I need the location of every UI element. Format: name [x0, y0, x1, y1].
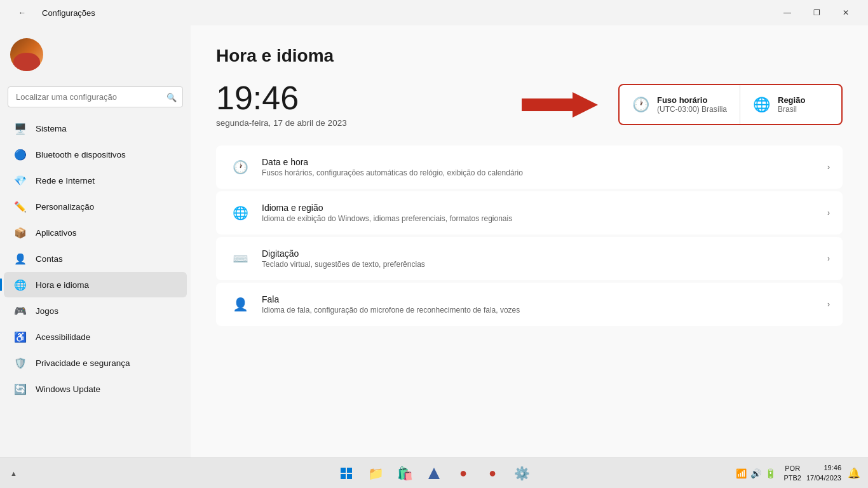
tray-datetime[interactable]: 19:46 17/04/2023 [806, 463, 841, 483]
personalizacao-icon: ✏️ [14, 200, 27, 213]
idioma-regiao-text: Idioma e regiãoIdioma de exibição do Win… [262, 203, 817, 223]
avatar [10, 38, 43, 71]
sidebar-item-rede[interactable]: 💎Rede e Internet [4, 168, 187, 193]
settings-item-digitacao[interactable]: ⌨️DigitaçãoTeclado virtual, sugestões de… [216, 237, 843, 280]
app5-button[interactable]: ● [480, 461, 505, 486]
fuso-text: Fuso horário (UTC-03:00) Brasília [657, 95, 727, 114]
fala-title: Fala [262, 294, 817, 304]
system-tray: 📶 🔊 🔋 POR PTB2 19:46 17/04/2023 🔔 [736, 463, 860, 483]
sidebar-item-aplicativos[interactable]: 📦Aplicativos [4, 220, 187, 245]
sidebar-item-privacidade[interactable]: 🛡️Privacidade e segurança [4, 350, 187, 376]
titlebar: ← Configurações — ❐ ✕ [0, 0, 868, 25]
nav-list: 🖥️Sistema🔵Bluetooth e dispositivos💎Rede … [0, 115, 191, 402]
jogos-icon: 🎮 [14, 304, 27, 317]
acessibilidade-icon: ♿ [14, 330, 27, 343]
windows-update-icon: 🔄 [14, 383, 27, 395]
taskbar: ▲ 📁 🛍️ ● ● ⚙️ 📶 🔊 🔋 POR [0, 458, 868, 488]
idioma-regiao-icon: 🌐 [229, 201, 252, 224]
titlebar-title: Configurações [42, 8, 95, 18]
sidebar: 🔍 🖥️Sistema🔵Bluetooth e dispositivos💎Red… [0, 25, 191, 458]
privacidade-icon: 🛡️ [14, 356, 27, 369]
titlebar-left: ← Configurações [8, 3, 95, 23]
sidebar-item-windows-update[interactable]: 🔄Windows Update [4, 376, 187, 402]
sidebar-profile[interactable] [0, 30, 191, 79]
aplicativos-icon: 📦 [14, 226, 27, 239]
data-hora-desc: Fusos horários, configurações automática… [262, 168, 817, 177]
fuso-title: Fuso horário [657, 95, 727, 105]
data-hora-chevron: › [827, 163, 830, 172]
svg-marker-0 [522, 92, 598, 118]
settings-item-idioma-regiao[interactable]: 🌐Idioma e regiãoIdioma de exibição do Wi… [216, 191, 843, 234]
settings-item-fala[interactable]: 👤FalaIdioma de fala, configuração do mic… [216, 283, 843, 326]
fuso-subtitle: (UTC-03:00) Brasília [657, 105, 727, 114]
tray-chevron[interactable]: ▲ [8, 468, 20, 478]
rede-icon: 💎 [14, 174, 27, 187]
tray-time-val: 19:46 [806, 463, 841, 473]
time-header: 19:46 segunda-feira, 17 de abril de 2023… [216, 81, 843, 128]
maximize-button[interactable]: ❐ [802, 3, 831, 23]
settings-taskbar-button[interactable]: ⚙️ [509, 461, 534, 486]
bluetooth-icon: 🔵 [14, 148, 27, 161]
taskbar-left: ▲ [8, 468, 20, 478]
time-display: 19:46 segunda-feira, 17 de abril de 2023 [216, 81, 501, 128]
start-button[interactable] [334, 461, 359, 486]
back-button[interactable]: ← [8, 3, 37, 23]
idioma-regiao-chevron: › [827, 208, 830, 217]
digitacao-chevron: › [827, 254, 830, 263]
data-hora-icon: 🕐 [229, 156, 252, 179]
idioma-regiao-desc: Idioma de exibição do Windows, idiomas p… [262, 214, 817, 223]
tray-date-val: 17/04/2023 [806, 473, 841, 483]
tray-lang-line2: PTB2 [783, 473, 801, 482]
sidebar-item-label-sistema: Sistema [36, 124, 67, 133]
app4-button[interactable]: ● [451, 461, 476, 486]
wifi-icon: 📶 [736, 468, 747, 478]
page-title: Hora e idioma [216, 46, 843, 66]
digitacao-text: DigitaçãoTeclado virtual, sugestões de t… [262, 248, 817, 269]
data-hora-title: Data e hora [262, 157, 817, 167]
sidebar-item-personalizacao[interactable]: ✏️Personalização [4, 194, 187, 219]
search-input[interactable] [8, 86, 183, 107]
settings-item-data-hora[interactable]: 🕐Data e horaFusos horários, configuraçõe… [216, 146, 843, 189]
search-icon: 🔍 [166, 92, 177, 102]
store-button[interactable]: 🛍️ [392, 461, 417, 486]
svg-marker-1 [428, 468, 440, 479]
close-button[interactable]: ✕ [831, 3, 860, 23]
regiao-subtitle: Brasil [778, 105, 805, 114]
files-button[interactable]: 📁 [363, 461, 388, 486]
sidebar-item-bluetooth[interactable]: 🔵Bluetooth e dispositivos [4, 142, 187, 167]
sidebar-item-hora[interactable]: 🌐Hora e idioma [4, 272, 187, 297]
tray-lang[interactable]: POR PTB2 [783, 464, 801, 482]
fala-chevron: › [827, 300, 830, 309]
sidebar-item-label-acessibilidade: Acessibilidade [36, 332, 90, 342]
sidebar-item-label-contas: Contas [36, 254, 63, 264]
idioma-regiao-title: Idioma e região [262, 203, 817, 213]
sidebar-item-label-hora: Hora e idioma [36, 280, 89, 290]
minimize-button[interactable]: — [773, 3, 802, 23]
sidebar-item-sistema[interactable]: 🖥️Sistema [4, 116, 187, 141]
current-date: segunda-feira, 17 de abril de 2023 [216, 118, 501, 128]
regiao-card[interactable]: 🌐 Região Brasil [740, 85, 841, 124]
sidebar-item-contas[interactable]: 👤Contas [4, 246, 187, 271]
digitacao-icon: ⌨️ [229, 247, 252, 270]
info-cards: 🕐 Fuso horário (UTC-03:00) Brasília 🌐 Re… [618, 84, 843, 125]
taskbar-right: 📶 🔊 🔋 POR PTB2 19:46 17/04/2023 🔔 [736, 463, 860, 483]
tray-icons: 📶 🔊 🔋 [736, 468, 776, 478]
sidebar-item-label-aplicativos: Aplicativos [36, 228, 77, 238]
regiao-text: Região Brasil [778, 95, 805, 114]
sidebar-item-label-personalizacao: Personalização [36, 202, 94, 212]
battery-icon: 🔋 [765, 468, 776, 478]
fuso-card[interactable]: 🕐 Fuso horário (UTC-03:00) Brasília [620, 85, 740, 124]
app3-button[interactable] [421, 461, 447, 486]
sidebar-item-acessibilidade[interactable]: ♿Acessibilidade [4, 324, 187, 349]
fuso-icon: 🕐 [632, 97, 649, 113]
regiao-icon: 🌐 [753, 97, 770, 113]
sidebar-item-label-windows-update: Windows Update [36, 384, 100, 394]
notification-icon[interactable]: 🔔 [848, 467, 860, 479]
fala-text: FalaIdioma de fala, configuração do micr… [262, 294, 817, 315]
sidebar-item-jogos[interactable]: 🎮Jogos [4, 298, 187, 323]
titlebar-controls: — ❐ ✕ [773, 3, 860, 23]
sidebar-item-label-bluetooth: Bluetooth e dispositivos [36, 150, 126, 159]
settings-list: 🕐Data e horaFusos horários, configuraçõe… [216, 146, 843, 326]
hora-icon: 🌐 [14, 278, 27, 291]
main-area: 🔍 🖥️Sistema🔵Bluetooth e dispositivos💎Red… [0, 25, 868, 458]
